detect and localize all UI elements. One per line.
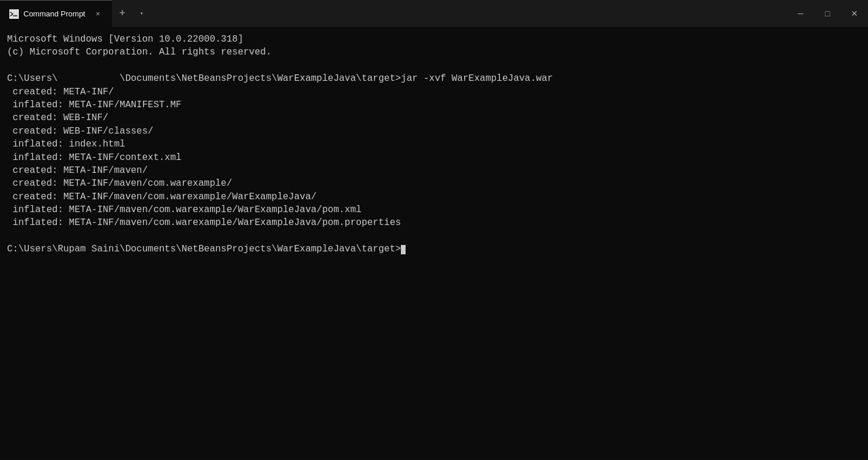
terminal-output[interactable]: Microsoft Windows [Version 10.0.22000.31…	[0, 27, 868, 460]
tab-active[interactable]: Command Prompt ✕	[0, 0, 112, 27]
close-button[interactable]: ✕	[841, 0, 868, 27]
terminal-icon	[9, 9, 19, 19]
tab-dropdown-button[interactable]: ▾	[133, 0, 151, 27]
window: Command Prompt ✕ + ▾ ─ □ ✕ Microsoft Win…	[0, 0, 868, 460]
svg-rect-0	[10, 10, 18, 18]
title-bar: Command Prompt ✕ + ▾ ─ □ ✕	[0, 0, 868, 27]
window-controls: ─ □ ✕	[787, 0, 868, 27]
title-bar-left: Command Prompt ✕ + ▾	[0, 0, 787, 27]
tab-close-button[interactable]: ✕	[93, 8, 102, 19]
maximize-button[interactable]: □	[814, 0, 841, 27]
minimize-button[interactable]: ─	[787, 0, 814, 27]
cursor	[401, 245, 406, 254]
new-tab-button[interactable]: +	[112, 0, 133, 27]
tab-title: Command Prompt	[23, 9, 85, 18]
